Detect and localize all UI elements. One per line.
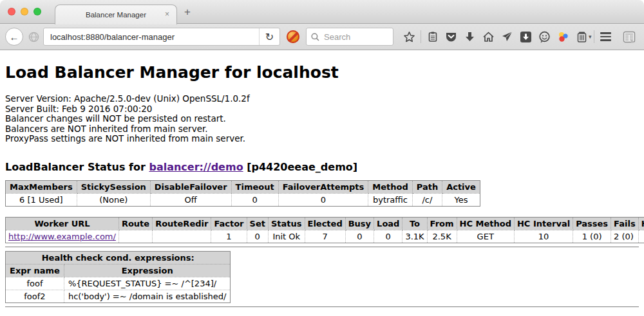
back-button[interactable]: ← (5, 28, 23, 46)
reader-sidebar-button[interactable] (620, 27, 639, 46)
table-cell: 0 (247, 230, 268, 243)
browser-window: Balancer Manager × + ← localhost:8880/ba… (0, 0, 644, 316)
reload-button[interactable]: ↻ (260, 31, 279, 43)
close-window-button[interactable] (8, 8, 15, 15)
server-info-block: Server Version: Apache/2.5.0-dev (Unix) … (5, 94, 639, 144)
feedback-smiley-button[interactable] (535, 27, 554, 46)
column-header: HC uri (638, 217, 644, 230)
table-cell (118, 230, 152, 243)
table-cell (638, 230, 644, 243)
column-header: Status (268, 217, 305, 230)
section-divider (5, 246, 639, 248)
table-cell: Init Ok (268, 230, 305, 243)
url-text[interactable]: localhost:8880/balancer-manager (44, 32, 259, 42)
status-heading-prefix: LoadBalancer Status for (5, 161, 149, 173)
chevron-down-icon[interactable]: ▾ (589, 33, 592, 40)
search-bar[interactable] (306, 28, 393, 46)
clipboard-button[interactable] (423, 27, 442, 46)
window-controls (8, 8, 41, 15)
table-header-row: Expr nameExpression (6, 264, 231, 277)
table-cell: foof (6, 277, 64, 290)
toolbar-separator (594, 30, 594, 43)
bottom-divider (5, 306, 639, 308)
column-header: Busy (345, 217, 374, 230)
table-header-row: MaxMembersStickySessionDisableFailoverTi… (6, 180, 480, 193)
navigation-toolbar: ← localhost:8880/balancer-manager ↻ (0, 24, 644, 50)
table-cell: 1 (211, 230, 247, 243)
tab-close-icon[interactable]: × (165, 10, 169, 18)
toolbar-buttons: ▾ (400, 27, 639, 46)
titlebar: Balancer Manager × + (0, 0, 644, 24)
column-header: Passes (573, 217, 611, 230)
column-header: HC Method (457, 217, 514, 230)
table-cell: 1 (0) (573, 230, 611, 243)
table-cell: Yes (442, 193, 480, 206)
hamburger-menu-button[interactable] (596, 27, 615, 46)
column-header: Path (412, 180, 442, 193)
toolbar-separator (421, 30, 421, 43)
column-header: DisableFailover (150, 180, 231, 193)
table-header-row: Worker URLRouteRouteRedirFactorSetStatus… (6, 217, 644, 230)
content-blocked-icon[interactable] (287, 30, 299, 43)
page-title: Load Balancer Manager for localhost (5, 63, 639, 82)
search-input[interactable] (323, 32, 381, 42)
table-cell: 0 (231, 193, 278, 206)
column-header: HC Interval (514, 217, 573, 230)
table-cell: http://www.example.com/ (6, 230, 119, 243)
table-cell: bytraffic (368, 193, 412, 206)
minimize-window-button[interactable] (21, 8, 28, 15)
table-cell: 0 (345, 230, 374, 243)
table-cell: (None) (77, 193, 150, 206)
bookmark-star-button[interactable] (400, 27, 419, 46)
column-header: RouteRedir (153, 217, 211, 230)
table-cell: 0 (374, 230, 402, 243)
new-tab-button[interactable]: + (184, 6, 191, 19)
health-table-title: Health check cond. expressions: (6, 251, 231, 264)
zoom-window-button[interactable] (33, 8, 41, 15)
download-manager-button[interactable] (516, 27, 535, 46)
pocket-button[interactable] (442, 27, 460, 46)
table-cell: 10 (514, 230, 573, 243)
hamburger-icon (600, 32, 611, 41)
server-info-line: ProxyPass settings are NOT inherited fro… (5, 134, 639, 144)
table-cell: Off (150, 193, 231, 206)
worker-url-link[interactable]: http://www.example.com/ (8, 232, 116, 241)
table-row: foof%{REQUEST_STATUS} =~ /^[234]/ (6, 277, 231, 290)
table-cell: 0 (278, 193, 368, 206)
downloads-arrow-button[interactable] (460, 27, 479, 46)
send-tab-button[interactable] (498, 27, 516, 46)
table-row: foof2hc('body') =~ /domain is establishe… (6, 290, 231, 302)
balancer-settings-table: MaxMembersStickySessionDisableFailoverTi… (5, 180, 480, 207)
server-info-line: Server Version: Apache/2.5.0-dev (Unix) … (5, 94, 639, 104)
column-header: Fails (611, 217, 639, 230)
table-cell: 3.1K (402, 230, 427, 243)
balancer-demo-link[interactable]: balancer://demo (149, 161, 243, 173)
column-header: Expression (64, 264, 231, 277)
worker-status-table: Worker URLRouteRouteRedirFactorSetStatus… (5, 217, 644, 243)
column-header: Elected (305, 217, 345, 230)
column-header: Load (374, 217, 402, 230)
column-header: Method (368, 180, 412, 193)
page-content: Load Balancer Manager for localhost Serv… (0, 50, 644, 315)
column-header: FailoverAttempts (278, 180, 368, 193)
table-cell: 6 [1 Used] (6, 193, 77, 206)
column-header: To (402, 217, 427, 230)
home-button[interactable] (479, 27, 498, 46)
site-identity-globe-icon (28, 32, 39, 42)
server-info-line: Balancers are NOT inherited from main se… (5, 124, 639, 135)
column-header: Route (118, 217, 152, 230)
url-bar[interactable]: localhost:8880/balancer-manager ↻ (43, 28, 280, 46)
table-header-row: Health check cond. expressions: (6, 251, 231, 264)
table-cell: 2 (0) (611, 230, 639, 243)
server-info-line: Balancer changes will NOT be persisted o… (5, 114, 639, 124)
table-cell: 2.5K (427, 230, 457, 243)
back-arrow-icon: ← (10, 32, 19, 42)
column-header: MaxMembers (6, 180, 77, 193)
table-cell: GET (457, 230, 514, 243)
colorful-dots-button[interactable] (554, 27, 573, 46)
column-header: Set (247, 217, 268, 230)
table-cell: hc('body') =~ /domain is established/ (64, 290, 231, 302)
table-row: http://www.example.com/10Init Ok7003.1K2… (6, 230, 644, 243)
tab-balancer-manager[interactable]: Balancer Manager × (55, 5, 177, 24)
table-cell: %{REQUEST_STATUS} =~ /^[234]/ (64, 277, 231, 290)
